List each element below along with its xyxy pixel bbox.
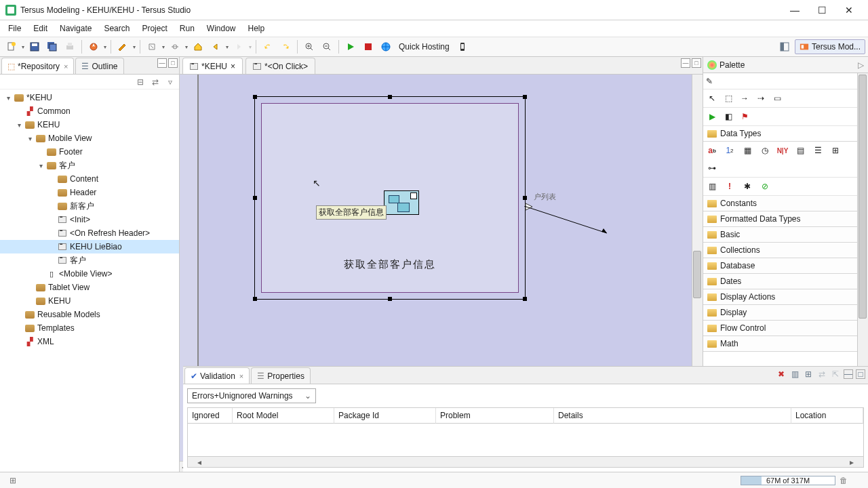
- minimize-button[interactable]: —: [781, 1, 808, 20]
- tree-type-icon[interactable]: ☰: [812, 144, 824, 157]
- min-icon[interactable]: —: [844, 369, 853, 379]
- close-button[interactable]: ✕: [835, 1, 863, 20]
- minimize-editor-icon[interactable]: —: [681, 58, 690, 68]
- annotation-button[interactable]: [115, 39, 131, 54]
- out-port-icon[interactable]: [524, 202, 534, 214]
- menu-project[interactable]: Project: [136, 22, 172, 35]
- drawer-collections[interactable]: Collections: [703, 243, 857, 258]
- menu-navigate[interactable]: Navigate: [54, 22, 97, 35]
- filter-icon[interactable]: ▥: [789, 369, 800, 380]
- zoom-in-button[interactable]: [301, 39, 317, 54]
- undo-nav-button[interactable]: [260, 39, 276, 54]
- maximize-button[interactable]: ☐: [808, 1, 835, 20]
- print-button[interactable]: [62, 39, 78, 54]
- run-tool-icon[interactable]: ▶: [706, 110, 718, 123]
- tab-repository[interactable]: ⬚*Repository×: [1, 58, 74, 74]
- save-all-button[interactable]: [44, 39, 60, 54]
- select-tool-icon[interactable]: ↖: [706, 92, 718, 104]
- device-icon[interactable]: [454, 39, 471, 54]
- menu-edit[interactable]: Edit: [28, 22, 53, 35]
- globe-icon[interactable]: [378, 39, 394, 54]
- view-menu-icon[interactable]: ▿: [164, 76, 176, 88]
- link-type-icon[interactable]: ⊶: [706, 162, 718, 174]
- process-node[interactable]: [384, 190, 419, 215]
- drawer-display[interactable]: Display: [703, 305, 857, 321]
- validate-icon[interactable]: ✖: [776, 369, 787, 380]
- minimize-view-icon[interactable]: —: [157, 58, 167, 68]
- tab-validation[interactable]: ✔Validation×: [184, 367, 250, 384]
- drawer-dates[interactable]: Dates: [703, 274, 857, 289]
- text-type-icon[interactable]: ab: [706, 144, 718, 157]
- tree-icon[interactable]: ⊞: [803, 369, 814, 380]
- new-dropdown[interactable]: ▾: [20, 44, 26, 50]
- nav2-icon[interactable]: [167, 39, 183, 54]
- col-problem[interactable]: Problem: [436, 408, 554, 424]
- date-type-icon[interactable]: ▦: [741, 144, 753, 157]
- drawer-database[interactable]: Database: [703, 258, 857, 274]
- quick-hosting-label[interactable]: Quick Hosting: [399, 42, 450, 52]
- list-type-icon[interactable]: ▤: [794, 144, 806, 157]
- slot-tool-icon[interactable]: ◧: [722, 110, 734, 123]
- repository-tree[interactable]: ▾*KEHU ▞Common ▾KEHU ▾Mobile View Footer…: [0, 89, 179, 472]
- drawer-display-actions[interactable]: Display Actions: [703, 289, 857, 305]
- note-tool-icon[interactable]: ▭: [771, 92, 783, 104]
- drawer-constants[interactable]: Constants: [703, 196, 857, 211]
- export-icon[interactable]: ⇱: [830, 369, 841, 380]
- menu-help[interactable]: Help: [243, 22, 271, 35]
- home-button[interactable]: [190, 39, 206, 54]
- drawer-basic[interactable]: Basic: [703, 227, 857, 243]
- tab-outline[interactable]: ☰Outline: [75, 58, 123, 74]
- bool-type-icon[interactable]: N|Y: [776, 144, 789, 157]
- back-button[interactable]: [208, 39, 224, 54]
- collapse-all-icon[interactable]: ⊟: [134, 76, 146, 88]
- validation-table[interactable]: Ignored Root Model Package Id Problem De…: [187, 407, 864, 468]
- memory-bar[interactable]: 67M of 317M: [741, 476, 835, 485]
- stop-button[interactable]: [360, 39, 376, 54]
- time-type-icon[interactable]: ◷: [759, 144, 771, 157]
- number-type-icon[interactable]: 12: [724, 144, 736, 157]
- editor-tab-onclick[interactable]: *<On Click>: [245, 58, 315, 74]
- menu-search[interactable]: Search: [98, 22, 135, 35]
- max-icon[interactable]: □: [856, 369, 865, 379]
- save-button[interactable]: [26, 39, 43, 54]
- gc-icon[interactable]: 🗑: [840, 476, 848, 485]
- null-type-icon[interactable]: ✱: [741, 180, 753, 192]
- drawer-math[interactable]: Math: [703, 336, 857, 352]
- close-tab-icon[interactable]: ×: [64, 62, 68, 70]
- nav1-icon[interactable]: [144, 39, 160, 54]
- doc-type-icon[interactable]: ▥: [706, 180, 718, 192]
- launch-button[interactable]: [85, 39, 102, 54]
- close-tab-icon[interactable]: ×: [231, 62, 235, 71]
- error-type-icon[interactable]: !: [724, 180, 736, 192]
- redo-nav-button[interactable]: [277, 39, 294, 54]
- table-hscroll[interactable]: ◂▸: [188, 456, 863, 467]
- drawer-flow[interactable]: Flow Control: [703, 321, 857, 336]
- zoom-out-button[interactable]: [319, 39, 335, 54]
- map-type-icon[interactable]: ⊞: [829, 144, 842, 157]
- menu-file[interactable]: File: [3, 22, 26, 35]
- forward-button[interactable]: [231, 39, 247, 54]
- open-perspective-button[interactable]: [776, 39, 793, 54]
- flag-tool-icon[interactable]: ⚑: [738, 110, 751, 123]
- validation-filter-combo[interactable]: Errors+Unignored Warnings⌄: [187, 388, 316, 403]
- col-details[interactable]: Details: [554, 408, 791, 424]
- link-editor-icon[interactable]: ⇄: [149, 76, 161, 88]
- maximize-editor-icon[interactable]: □: [692, 58, 701, 68]
- col-root[interactable]: Root Model: [233, 408, 334, 424]
- editor-tab-kehu[interactable]: *KEHU×: [182, 58, 243, 74]
- connection-tool-icon[interactable]: →: [738, 92, 751, 104]
- drawer-formatted[interactable]: Formatted Data Types: [703, 211, 857, 227]
- palette-wand-icon[interactable]: ✎: [706, 77, 713, 86]
- new-button[interactable]: [3, 39, 20, 54]
- perspective-tersus[interactable]: Tersus Mod...: [795, 39, 865, 54]
- run-button[interactable]: [342, 39, 359, 54]
- sync-icon[interactable]: ⇄: [816, 369, 827, 380]
- maximize-view-icon[interactable]: □: [168, 58, 178, 68]
- status-icon[interactable]: ⊞: [5, 473, 21, 488]
- menu-window[interactable]: Window: [201, 22, 241, 35]
- palette-collapse-icon[interactable]: ▷: [858, 60, 864, 70]
- col-pkg[interactable]: Package Id: [334, 408, 436, 424]
- tab-properties[interactable]: ☰Properties: [251, 367, 311, 384]
- col-ignored[interactable]: Ignored: [188, 408, 233, 424]
- col-location[interactable]: Location: [791, 408, 863, 424]
